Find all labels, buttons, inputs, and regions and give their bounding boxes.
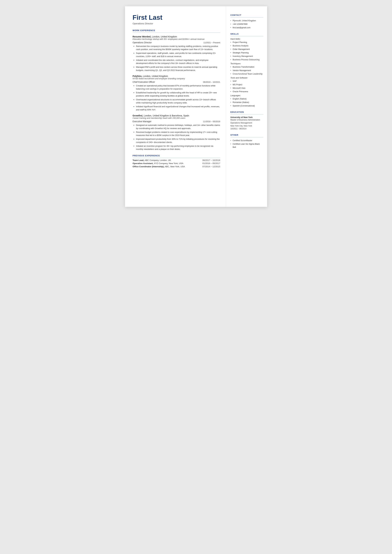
lang-english: English (Native) xyxy=(231,97,263,100)
job-title: Operations Director xyxy=(133,22,220,25)
bullet-2-2: Established leadership for growth by col… xyxy=(133,91,220,97)
bullet-1-1: Reinvented the company's business model … xyxy=(133,45,220,51)
edu-location: New York City, New York xyxy=(231,125,263,127)
company-block-2: Polyhire, London, United Kingdom NYSE-li… xyxy=(133,75,220,111)
skill-vendor-management: Vendor Management xyxy=(231,69,263,72)
prev-left-1: Team Lead, ABC Company, London, UK xyxy=(133,159,171,161)
bullet-3-4: Initiated an incentive program for 49+ t… xyxy=(133,145,220,151)
skills-cat-languages: Languages: xyxy=(231,94,263,97)
contact-location: Plymouth, United Kingdom xyxy=(231,19,263,22)
resume-page: First Last Operations Director WORK EXPE… xyxy=(125,6,267,207)
other-section: OTHER Certified ScrumMaster Certified Le… xyxy=(231,134,263,149)
role-title-1: Operations Director xyxy=(133,41,152,44)
skills-cat-hard: Hard Skills: xyxy=(231,38,263,40)
skill-inventory-management: Inventory Management xyxy=(231,55,263,58)
contact-label: CONTACT xyxy=(231,14,263,18)
prev-left-3: Office Coordinator (Internship), ABC, Ne… xyxy=(133,165,185,168)
skills-section: SKILLS Hard Skills: Project Planning Bus… xyxy=(231,33,263,107)
role-date-1: 11/2021 – Present xyxy=(203,41,220,44)
company-desc-3: Career training and membership SaaS with… xyxy=(133,117,220,119)
bullet-list-2: Created an operational policy that boost… xyxy=(133,84,220,111)
company-name-2: Polyhire, London, United Kingdom xyxy=(133,75,220,77)
left-column: First Last Operations Director WORK EXPE… xyxy=(125,6,226,207)
skill-cross-functional: Cross-functional Team Leadership xyxy=(231,72,263,76)
edu-degree: Master of Business Administration xyxy=(231,119,263,121)
work-experience-section: WORK EXPERIENCE Resume Worded, London, U… xyxy=(133,29,220,151)
company-desc-2: NYSE-listed recruitment and employer bra… xyxy=(133,77,220,80)
other-label: OTHER xyxy=(231,134,263,137)
previous-experience-section: PREVIOUS EXPERIENCE Team Lead, ABC Compa… xyxy=(133,154,220,168)
lang-spanish: Spanish (Conversational) xyxy=(231,104,263,107)
company-name-3: Growthsi, London, United Kingdom & Barce… xyxy=(133,114,220,117)
edu-field: Operations Management xyxy=(231,121,263,125)
bullet-3-1: Designed an automatic method to process … xyxy=(133,124,220,130)
skills-cat-tools: Tools and Software: xyxy=(231,77,263,79)
prev-date-1: 06/2017 – 10/2018 xyxy=(202,159,220,161)
role-header-2: Chief Executive Officer 06/2019 – 10/202… xyxy=(133,81,220,83)
bullet-1-4: Managed RW's profit and loss centers acr… xyxy=(133,66,220,72)
prev-row-1: Team Lead, ABC Company, London, UK 06/20… xyxy=(133,159,220,161)
bullet-2-3: Overhauled organizational structures to … xyxy=(133,98,220,104)
bullet-3-3: Improved department productivity from 30… xyxy=(133,138,220,144)
company-desc-1: Education technology startup with 50+ em… xyxy=(133,38,220,40)
role-date-2: 06/2019 – 10/2021 xyxy=(203,81,220,83)
contact-email: first.last@gmail.com xyxy=(231,26,263,29)
education-label: EDUCATION xyxy=(231,111,263,114)
role-date-3: 11/2018 – 05/2019 xyxy=(203,120,220,123)
skill-business-analysis: Business Analysis xyxy=(231,44,263,47)
education-block-1: University of New York Master of Busines… xyxy=(231,116,263,130)
skills-cat-techniques: Techniques: xyxy=(231,63,263,65)
prev-date-2: 01/2016 – 05/2017 xyxy=(202,162,220,165)
edu-dates: 10/2011 - 06/2014 xyxy=(231,127,263,130)
skills-label: SKILLS xyxy=(231,33,263,36)
role-header-1: Operations Director 11/2021 – Present xyxy=(133,41,220,44)
skill-business-transformation: Business Transformation xyxy=(231,65,263,69)
skill-sap: SAP xyxy=(231,80,263,83)
bullet-2-1: Created an operational policy that boost… xyxy=(133,84,220,90)
previous-roles-table: Team Lead, ABC Company, London, UK 06/20… xyxy=(133,159,220,168)
bullet-list-1: Reinvented the company's business model … xyxy=(133,45,220,72)
bullet-1-2: Supervised operations, staff growth, sal… xyxy=(133,52,220,58)
right-column: CONTACT Plymouth, United Kingdom +44 123… xyxy=(226,6,267,207)
skill-business-process: Business Process Outsourcing xyxy=(231,58,263,61)
lang-romanian: Romanian (Native) xyxy=(231,101,263,104)
prev-row-3: Office Coordinator (Internship), ABC, Ne… xyxy=(133,165,220,168)
company-block-1: Resume Worded, London, United Kingdom Ed… xyxy=(133,35,220,72)
skill-strategic-planning: Strategic Planning xyxy=(231,51,263,54)
bullet-list-3: Designed an automatic method to process … xyxy=(133,124,220,151)
prev-row-2: Operation Assistant, XYZ Company, New Yo… xyxy=(133,162,220,165)
bullet-2-4: Initiated significant financial and orga… xyxy=(133,105,220,111)
skill-ms-visio: Microsoft Visio xyxy=(231,87,263,90)
other-scrummaster: Certified ScrumMaster xyxy=(231,139,263,142)
skill-project-planning: Project Planning xyxy=(231,41,263,44)
bullet-3-2: Resolved budget problems related to over… xyxy=(133,131,220,137)
prev-date-3: 07/2014 – 12/2015 xyxy=(202,165,220,168)
bullet-1-3: Initiated and coordinated the site selec… xyxy=(133,59,220,65)
role-title-2: Chief Executive Officer xyxy=(133,81,155,83)
work-experience-label: WORK EXPERIENCE xyxy=(133,29,220,33)
previous-experience-label: PREVIOUS EXPERIENCE xyxy=(133,154,220,158)
skill-ms-project: MS Project xyxy=(231,83,263,86)
education-section: EDUCATION University of New York Master … xyxy=(231,111,263,130)
prev-left-2: Operation Assistant, XYZ Company, New Yo… xyxy=(133,162,183,165)
contact-phone: +44 1234567890 xyxy=(231,23,263,26)
company-name-1: Resume Worded, London, United Kingdom xyxy=(133,35,220,38)
role-header-3: Executive Manager 11/2018 – 05/2019 xyxy=(133,120,220,123)
other-lean-six-sigma: Certified Lean Six Sigma Black Belt xyxy=(231,142,263,149)
role-title-3: Executive Manager xyxy=(133,120,152,123)
skill-order-management: Order Management xyxy=(231,48,263,51)
company-block-3: Growthsi, London, United Kingdom & Barce… xyxy=(133,114,220,151)
skill-oracle: Oracle Primavera xyxy=(231,90,263,93)
contact-section: CONTACT Plymouth, United Kingdom +44 123… xyxy=(231,14,263,29)
name: First Last xyxy=(133,14,220,21)
edu-school-name: University of New York xyxy=(231,116,263,119)
